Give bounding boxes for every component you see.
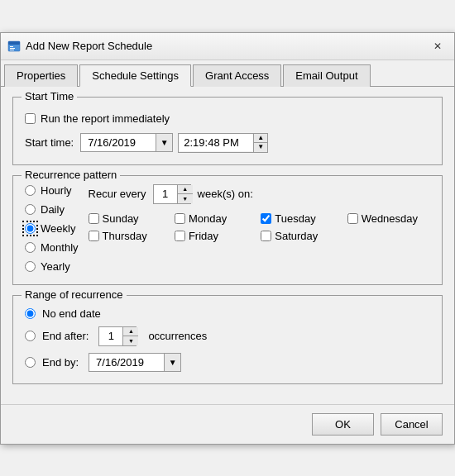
svg-rect-4 <box>10 50 14 50</box>
end-after-suffix: occurrences <box>148 330 207 342</box>
run-immediately-checkbox[interactable] <box>25 113 36 124</box>
time-value[interactable] <box>179 134 253 151</box>
thursday-label[interactable]: Thursday <box>103 230 147 242</box>
recurrence-section: Hourly Daily Weekly Monthly <box>25 184 430 273</box>
time-spin-buttons[interactable]: ▲ ▼ <box>253 134 267 152</box>
content-area: Start Time Run the report immediately St… <box>1 87 454 404</box>
hourly-radio[interactable] <box>25 185 36 196</box>
no-end-label[interactable]: No end date <box>42 307 101 320</box>
recur-spin-buttons[interactable]: ▲ ▼ <box>177 185 193 203</box>
end-after-spin-up[interactable]: ▲ <box>123 327 138 336</box>
hourly-label[interactable]: Hourly <box>41 184 72 197</box>
tab-email-output[interactable]: Email Output <box>283 64 370 87</box>
end-after-spinner[interactable]: ▲ ▼ <box>98 326 136 346</box>
tuesday-checkbox[interactable] <box>261 213 271 224</box>
radio-hourly: Hourly <box>25 184 79 197</box>
monthly-label[interactable]: Monthly <box>41 241 79 254</box>
recur-value-spinner[interactable]: ▲ ▼ <box>153 184 191 204</box>
svg-rect-3 <box>10 48 15 49</box>
end-after-radio[interactable] <box>25 331 36 341</box>
radio-yearly: Yearly <box>25 260 79 273</box>
day-thursday: Thursday <box>89 230 171 242</box>
end-after-spin-buttons[interactable]: ▲ ▼ <box>122 327 138 345</box>
tab-grant-access[interactable]: Grant Access <box>193 64 281 87</box>
ok-button[interactable]: OK <box>312 413 374 436</box>
thursday-checkbox[interactable] <box>89 231 99 241</box>
time-spin-up[interactable]: ▲ <box>254 134 267 143</box>
range-label: Range of recurrence <box>22 288 127 301</box>
sunday-label[interactable]: Sunday <box>103 212 139 225</box>
recurrence-radio-group: Hourly Daily Weekly Monthly <box>25 184 79 273</box>
wednesday-label[interactable]: Wednesday <box>362 212 418 225</box>
time-spin-down[interactable]: ▼ <box>254 143 267 152</box>
close-button[interactable]: ✕ <box>428 38 448 55</box>
time-spinner[interactable]: ▲ ▼ <box>178 133 268 153</box>
title-bar-left: Add New Report Schedule <box>7 40 152 53</box>
day-tuesday: Tuesday <box>261 212 343 225</box>
monday-checkbox[interactable] <box>175 213 185 224</box>
end-after-spin-down[interactable]: ▼ <box>123 336 138 345</box>
end-after-value[interactable] <box>99 327 122 345</box>
svg-rect-1 <box>8 41 20 45</box>
start-time-row: Start time: 7/16/2019 ▼ ▲ ▼ <box>25 133 430 153</box>
recurrence-label: Recurrence pattern <box>22 169 120 181</box>
tab-schedule-settings[interactable]: Schedule Settings <box>79 64 191 87</box>
recurrence-group: Recurrence pattern Hourly Daily Weekly <box>12 175 443 285</box>
date-arrow[interactable]: ▼ <box>156 134 172 151</box>
start-time-group: Start Time Run the report immediately St… <box>12 97 443 165</box>
weekly-label[interactable]: Weekly <box>41 222 75 235</box>
yearly-label[interactable]: Yearly <box>41 260 70 273</box>
date-value: 7/16/2019 <box>81 134 156 151</box>
yearly-radio[interactable] <box>25 261 36 272</box>
main-window: Add New Report Schedule ✕ Properties Sch… <box>0 32 455 445</box>
end-after-label[interactable]: End after: <box>42 330 89 342</box>
title-bar: Add New Report Schedule ✕ <box>1 33 454 60</box>
daily-radio[interactable] <box>25 204 36 215</box>
day-monday: Monday <box>175 212 257 225</box>
end-by-arrow[interactable]: ▼ <box>164 354 180 371</box>
radio-monthly: Monthly <box>25 241 79 254</box>
wednesday-checkbox[interactable] <box>347 213 358 224</box>
run-immediately-row: Run the report immediately <box>25 112 430 125</box>
radio-weekly: Weekly <box>25 222 79 235</box>
end-by-label[interactable]: End by: <box>42 356 79 369</box>
date-dropdown[interactable]: 7/16/2019 ▼ <box>80 133 173 152</box>
window-title: Add New Report Schedule <box>26 40 152 52</box>
cancel-button[interactable]: Cancel <box>381 413 443 436</box>
recur-value-input[interactable] <box>154 185 177 203</box>
end-by-value: 7/16/2019 <box>89 354 164 371</box>
range-section: No end date End after: ▲ ▼ occurrences <box>25 307 430 372</box>
daily-label[interactable]: Daily <box>41 203 65 216</box>
weekly-radio[interactable] <box>25 223 36 234</box>
bottom-bar: OK Cancel <box>1 404 454 444</box>
radio-daily: Daily <box>25 203 79 216</box>
window-icon <box>7 40 21 53</box>
end-after-row: End after: ▲ ▼ occurrences <box>25 326 430 346</box>
monthly-radio[interactable] <box>25 242 36 253</box>
saturday-label[interactable]: Saturday <box>275 230 318 242</box>
tuesday-label[interactable]: Tuesday <box>275 212 315 225</box>
recur-spin-up[interactable]: ▲ <box>178 185 193 194</box>
start-time-field-label: Start time: <box>25 136 74 149</box>
end-by-dropdown[interactable]: 7/16/2019 ▼ <box>89 353 181 372</box>
end-by-radio[interactable] <box>25 357 36 368</box>
day-sunday: Sunday <box>89 212 171 225</box>
end-by-row: End by: 7/16/2019 ▼ <box>25 353 430 372</box>
no-end-radio[interactable] <box>25 308 36 319</box>
start-time-label: Start Time <box>22 90 77 102</box>
saturday-checkbox[interactable] <box>261 231 271 241</box>
friday-checkbox[interactable] <box>175 231 185 241</box>
sunday-checkbox[interactable] <box>89 213 99 224</box>
range-group: Range of recurrence No end date End afte… <box>12 295 443 384</box>
run-immediately-text[interactable]: Run the report immediately <box>41 112 170 125</box>
day-wednesday: Wednesday <box>347 212 430 225</box>
tab-properties[interactable]: Properties <box>4 64 78 87</box>
recur-spin-down[interactable]: ▼ <box>178 194 193 203</box>
monday-label[interactable]: Monday <box>189 212 227 225</box>
day-saturday: Saturday <box>261 230 343 242</box>
friday-label[interactable]: Friday <box>189 230 218 242</box>
recur-suffix: week(s) on: <box>198 188 253 200</box>
weekly-recur-area: Recur every ▲ ▼ week(s) on: <box>89 184 430 273</box>
recur-every-label: Recur every <box>89 188 146 200</box>
svg-rect-2 <box>10 46 13 47</box>
